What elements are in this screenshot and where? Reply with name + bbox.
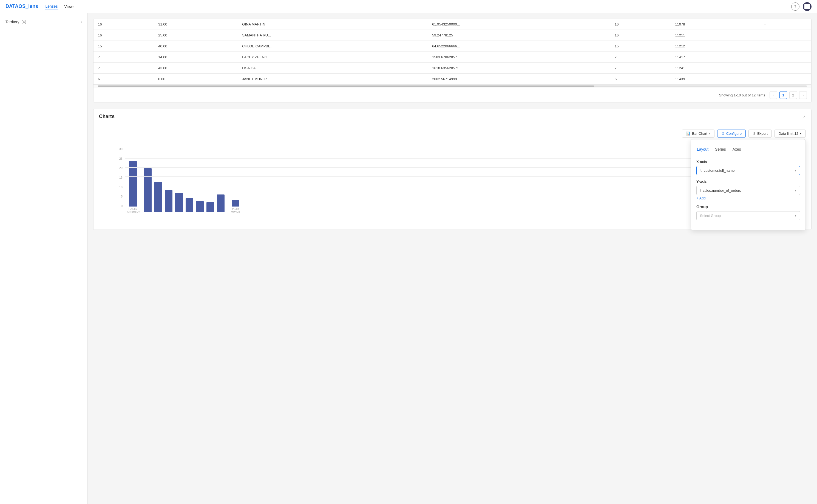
sidebar-item-territory[interactable]: Territory (4) › bbox=[4, 18, 83, 26]
charts-body: 📊 Bar Chart ▾ ⚙ Configure ⬇ Export Data … bbox=[93, 124, 811, 230]
table-row: 16 31.00 GINA MARTIN 61.9543250000... 16… bbox=[93, 19, 811, 30]
chevron-right-icon: › bbox=[81, 20, 82, 24]
export-button[interactable]: ⬇ Export bbox=[749, 130, 772, 138]
configure-button[interactable]: ⚙ Configure bbox=[717, 130, 746, 138]
bar-chart-chevron-icon: ▾ bbox=[709, 132, 710, 135]
export-label: Export bbox=[757, 131, 768, 136]
bar bbox=[144, 168, 151, 212]
charts-section: Charts ∧ 📊 Bar Chart ▾ ⚙ Configure bbox=[93, 109, 812, 230]
add-y-axis-link[interactable]: + Add bbox=[696, 196, 706, 200]
brand-os: OS bbox=[18, 4, 25, 9]
bar-group bbox=[144, 168, 151, 213]
bar-chart-label: Bar Chart bbox=[692, 131, 707, 136]
bar bbox=[154, 182, 162, 212]
data-table: 16 31.00 GINA MARTIN 61.9543250000... 16… bbox=[93, 19, 811, 84]
pagination-info: Showing 1-10 out of 12 items bbox=[719, 93, 765, 97]
bar bbox=[175, 193, 183, 212]
bar-group bbox=[154, 182, 162, 213]
topnav: DATAOS_lens Lenses Views ? bbox=[0, 0, 817, 13]
tab-layout[interactable]: Layout bbox=[696, 145, 709, 154]
sidebar: Territory (4) › bbox=[0, 13, 88, 504]
bar-label: JANET MUNOZ bbox=[227, 208, 244, 213]
cell-col4: 61.9543250000... bbox=[428, 19, 610, 30]
group-select[interactable]: Select Group ▾ bbox=[696, 211, 800, 220]
x-axis-type-icon: t bbox=[700, 168, 702, 173]
charts-toolbar: 📊 Bar Chart ▾ ⚙ Configure ⬇ Export Data … bbox=[99, 130, 806, 138]
x-axis-value: customer.full_name bbox=[704, 168, 735, 173]
y-axis-labels: 0 5 10 15 20 25 30 bbox=[113, 147, 122, 208]
bar-group: HAILEY PATTERSON bbox=[125, 161, 141, 213]
pagination-next[interactable]: › bbox=[799, 91, 807, 99]
y-axis-chevron-icon: ▾ bbox=[795, 189, 796, 192]
nav-lenses[interactable]: Lenses bbox=[45, 3, 58, 10]
charts-header: Charts ∧ bbox=[93, 109, 811, 124]
bar-chart-button[interactable]: 📊 Bar Chart ▾ bbox=[682, 130, 715, 138]
cell-col7: F bbox=[759, 19, 811, 30]
bar-group bbox=[207, 202, 214, 213]
y-axis-type-icon: ∫ bbox=[700, 188, 701, 193]
nav-views[interactable]: Views bbox=[64, 3, 75, 10]
pagination-page-1[interactable]: 1 bbox=[779, 91, 787, 99]
bar bbox=[185, 198, 193, 212]
pagination-prev[interactable]: ‹ bbox=[770, 91, 777, 99]
brand-logo[interactable]: DATAOS_lens bbox=[5, 4, 38, 9]
configure-panel: Layout Series Axes X-axis t customer.ful… bbox=[691, 139, 806, 230]
y-axis-value: sales.number_of_orders bbox=[703, 188, 741, 193]
bar bbox=[232, 200, 239, 207]
group-field: Group Select Group ▾ bbox=[696, 205, 800, 220]
sidebar-item-label: Territory (4) bbox=[5, 20, 26, 24]
table-row: 60.00JANET MUNOZ2002.56714999...611439F bbox=[93, 74, 811, 85]
export-icon: ⬇ bbox=[753, 131, 756, 136]
table-row: 714.00LACEY ZHENG1583.67862857...711417F bbox=[93, 52, 811, 63]
data-table-container: 16 31.00 GINA MARTIN 61.9543250000... 16… bbox=[93, 19, 812, 102]
bar-group bbox=[175, 193, 183, 213]
bar bbox=[196, 201, 204, 212]
cell-col5: 16 bbox=[610, 19, 671, 30]
y-axis-label: Y-axis bbox=[696, 179, 800, 184]
cell-col1: 16 bbox=[93, 19, 154, 30]
horizontal-scrollbar[interactable] bbox=[93, 84, 811, 88]
cell-col2: 31.00 bbox=[154, 19, 238, 30]
bar-group bbox=[196, 201, 204, 213]
data-limit-label: Data limit:12 bbox=[779, 131, 798, 136]
y-axis-select[interactable]: ∫ sales.number_of_orders ▾ bbox=[696, 186, 800, 195]
charts-collapse-icon[interactable]: ∧ bbox=[803, 114, 806, 119]
charts-title: Charts bbox=[99, 114, 115, 119]
cell-col6: 11078 bbox=[671, 19, 759, 30]
page-layout: Territory (4) › 16 31.00 GINA MARTIN 61.… bbox=[0, 13, 817, 504]
scrollbar-track bbox=[98, 85, 807, 87]
data-limit-chevron-icon: ▾ bbox=[800, 132, 802, 135]
avatar[interactable] bbox=[803, 2, 812, 11]
help-icon[interactable]: ? bbox=[791, 2, 799, 11]
main-content: 16 31.00 GINA MARTIN 61.9543250000... 16… bbox=[88, 13, 817, 504]
brand-prefix: DATA bbox=[5, 4, 18, 9]
chart-panel-row: 0 5 10 15 20 25 30 bbox=[99, 142, 806, 224]
group-placeholder: Select Group bbox=[700, 214, 721, 218]
bar-group bbox=[185, 198, 193, 213]
nav-right: ? bbox=[791, 2, 812, 11]
y-axis-field: Y-axis ∫ sales.number_of_orders ▾ + Add bbox=[696, 179, 800, 200]
bar-group: JANET MUNOZ bbox=[227, 200, 244, 213]
x-axis-chevron-icon: ▾ bbox=[795, 169, 796, 172]
pagination: Showing 1-10 out of 12 items ‹ 1 2 › bbox=[93, 88, 811, 102]
tab-axes[interactable]: Axes bbox=[732, 145, 742, 154]
pagination-page-2[interactable]: 2 bbox=[789, 91, 797, 99]
configure-label: Configure bbox=[726, 131, 742, 136]
table-row: 1540.00CHLOE CAMPBE...64.6522066666...15… bbox=[93, 41, 811, 52]
data-limit-button[interactable]: Data limit:12 ▾ bbox=[775, 130, 806, 138]
table-row: 1625.00SAMANTHA RU...59.247781251611211F bbox=[93, 30, 811, 41]
panel-tabs: Layout Series Axes bbox=[696, 145, 800, 154]
scrollbar-thumb bbox=[98, 85, 594, 87]
bar bbox=[129, 161, 137, 207]
table-row: 743.00LISA CAI1618.635628571...711241F bbox=[93, 63, 811, 74]
x-axis-label: X-axis bbox=[696, 160, 800, 164]
bar-group bbox=[165, 190, 172, 213]
x-axis-select[interactable]: t customer.full_name ▾ bbox=[696, 166, 800, 175]
x-axis-field: X-axis t customer.full_name ▾ bbox=[696, 160, 800, 175]
bar bbox=[165, 190, 172, 212]
bar-label: HAILEY PATTERSON bbox=[125, 208, 141, 213]
configure-icon: ⚙ bbox=[721, 131, 725, 136]
tab-series[interactable]: Series bbox=[715, 145, 727, 154]
bar bbox=[207, 202, 214, 212]
cell-col3: GINA MARTIN bbox=[238, 19, 428, 30]
